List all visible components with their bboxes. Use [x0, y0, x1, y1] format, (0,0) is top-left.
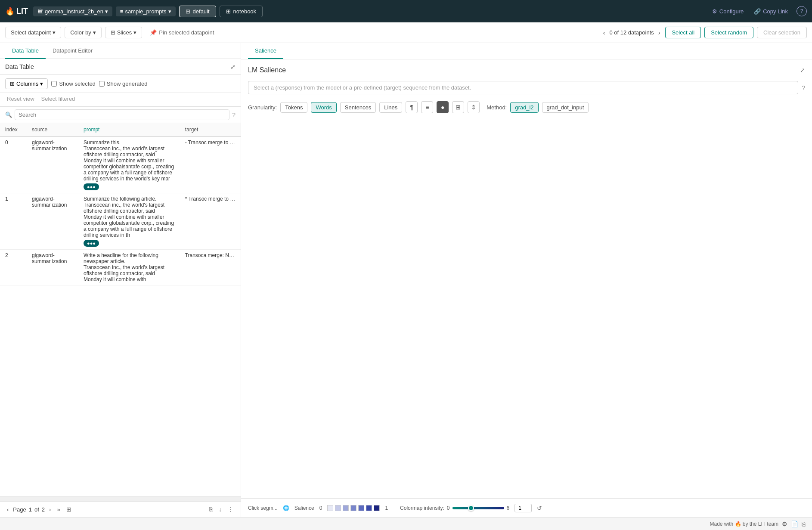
salience-help-icon[interactable]: ? — [802, 84, 805, 91]
columns-btn[interactable]: ⊞ Columns ▾ — [5, 78, 48, 89]
select-all-label: Select all — [672, 29, 694, 36]
table-action-icon[interactable]: ⊞ — [65, 505, 73, 514]
prev-datapoint-btn[interactable]: ‹ — [601, 28, 607, 37]
tab-data-table[interactable]: Data Table — [5, 43, 46, 59]
dt-title: Data Table — [5, 63, 230, 70]
main-layout: Data Table Datapoint Editor Data Table ⤢… — [0, 43, 812, 517]
pin-icon: 📌 — [150, 29, 157, 36]
dataset-selector[interactable]: ≡ sample_prompts ▾ — [116, 6, 176, 16]
slices-btn[interactable]: ⊞ Slices ▾ — [105, 27, 143, 38]
select-all-btn[interactable]: Select all — [665, 27, 701, 38]
horizontal-scrollbar[interactable] — [0, 496, 241, 501]
dt-expand-btn[interactable]: ⤢ — [230, 63, 236, 70]
pin-label: Pin selected datapoint — [159, 29, 214, 36]
model-label: gemma_instruct_2b_en — [45, 8, 103, 15]
help-icon: ? — [800, 8, 803, 14]
table-header-row: index source prompt target — [0, 123, 241, 136]
pin-btn[interactable]: 📌 Pin selected datapoint — [146, 27, 218, 38]
gran-circle-icon-btn[interactable]: ● — [437, 101, 449, 113]
tab-datapoint-editor[interactable]: Datapoint Editor — [46, 43, 99, 59]
footer-copy-icon[interactable]: ⎘ — [802, 521, 805, 527]
select-random-label: Select random — [711, 29, 747, 36]
default-view-btn[interactable]: ⊞ default — [179, 6, 216, 17]
more-btn-0[interactable]: ●●● — [84, 183, 99, 190]
left-panel: Data Table Datapoint Editor Data Table ⤢… — [0, 43, 241, 517]
dataset-icon: ≡ — [120, 8, 124, 15]
gran-tokens-btn[interactable]: Tokens — [280, 102, 307, 113]
tab-salience[interactable]: Salience — [248, 43, 283, 59]
reset-view-btn[interactable]: Reset view — [5, 95, 36, 103]
scale-max-label: 1 — [385, 505, 388, 511]
copy-link-btn[interactable]: 🔗 Copy Link — [750, 6, 791, 16]
link-icon: 🔗 — [754, 8, 761, 15]
next-datapoint-btn[interactable]: › — [657, 28, 662, 37]
salience-expand-btn[interactable]: ⤢ — [800, 67, 805, 74]
col-source: source — [27, 123, 78, 136]
salience-scale — [327, 505, 380, 511]
more-btn-1[interactable]: ●●● — [84, 240, 99, 247]
gran-list-icon-btn[interactable]: ≡ — [421, 101, 433, 113]
table-row[interactable]: 2 gigaword-summar ization Write a headli… — [0, 250, 241, 285]
gran-words-btn[interactable]: Words — [311, 102, 336, 113]
show-generated-checkbox[interactable] — [99, 81, 105, 87]
color-by-btn[interactable]: Color by ▾ — [65, 27, 101, 38]
col-prompt: prompt — [78, 123, 180, 136]
search-input[interactable] — [15, 109, 229, 120]
colormap-label: Colormap intensity: — [400, 505, 444, 511]
more-table-btn[interactable]: ⋮ — [226, 505, 236, 514]
colormap-number-input[interactable] — [514, 504, 532, 512]
clear-selection-btn[interactable]: Clear selection — [757, 27, 807, 38]
show-selected-label[interactable]: Show selected — [51, 81, 96, 87]
dataset-chevron-icon: ▾ — [168, 8, 171, 15]
search-icon: 🔍 — [5, 112, 12, 118]
copy-link-label: Copy Link — [763, 8, 788, 15]
method-grad-dot-btn[interactable]: grad_dot_input — [542, 102, 589, 113]
table-row[interactable]: 1 gigaword-summar ization Summarize the … — [0, 193, 241, 250]
download-table-btn[interactable]: ↓ — [217, 505, 223, 514]
gran-grid-icon-btn[interactable]: ⊞ — [452, 101, 464, 113]
clear-selection-label: Clear selection — [763, 29, 800, 36]
select-filtered-btn[interactable]: Select filtered — [40, 95, 77, 103]
gran-sort-icon-btn[interactable]: ⇕ — [468, 101, 480, 113]
model-selector[interactable]: 🏛 gemma_instruct_2b_en ▾ — [33, 6, 112, 16]
cell-target-0: - Transoc merge to drilling co - The com… — [180, 136, 241, 193]
select-datapoint-btn[interactable]: Select datapoint ▾ — [5, 27, 61, 38]
total-pages: 2 — [42, 506, 45, 513]
search-help-icon[interactable]: ? — [232, 112, 236, 118]
help-btn[interactable]: ? — [797, 6, 807, 16]
method-label: Method: — [487, 104, 507, 111]
show-generated-label[interactable]: Show generated — [99, 81, 148, 87]
data-table-container: Data Table ⤢ ⊞ Columns ▾ Show selected S… — [0, 59, 241, 517]
footer-file-icon[interactable]: 📄 — [791, 521, 798, 527]
next-page-btn[interactable]: › — [47, 505, 53, 514]
footer-settings-icon[interactable]: ⚙ — [782, 521, 787, 527]
salience-sequence-select[interactable]: Select a (response) from the model or a … — [248, 81, 798, 94]
refresh-icon[interactable]: ↺ — [537, 505, 542, 511]
granularity-row: Granularity: Tokens Words Sentences Line… — [248, 101, 805, 113]
bottom-bar: Click segm... 🌐 Salience 0 1 Colormap in… — [241, 498, 812, 517]
show-selected-checkbox[interactable] — [51, 81, 57, 87]
datapoint-nav: ‹ 0 of 12 datapoints › — [601, 28, 662, 37]
configure-btn[interactable]: ⚙ Configure — [709, 6, 747, 16]
notebook-view-btn[interactable]: ⊞ notebook — [220, 6, 263, 17]
colormap-slider[interactable] — [452, 507, 504, 509]
top-nav: 🔥 LIT 🏛 gemma_instruct_2b_en ▾ ≡ sample_… — [0, 0, 812, 22]
first-page-btn[interactable]: ‹ — [5, 505, 10, 514]
logo-text: LIT — [16, 7, 28, 16]
col-target: target — [180, 123, 241, 136]
salience-select-row: Select a (response) from the model or a … — [248, 81, 805, 94]
salience-globe-icon: 🌐 — [283, 505, 289, 511]
last-page-btn[interactable]: » — [55, 505, 62, 514]
table-row[interactable]: 0 gigaword-summar ization Summarize this… — [0, 136, 241, 193]
select-random-btn[interactable]: Select random — [704, 27, 753, 38]
scale-min-label: 0 — [319, 505, 322, 511]
method-grad-l2-btn[interactable]: grad_l2 — [510, 102, 538, 113]
gran-paragraph-icon-btn[interactable]: ¶ — [406, 101, 418, 113]
scale-box-4 — [350, 505, 356, 511]
gran-sentences-btn[interactable]: Sentences — [340, 102, 376, 113]
copy-table-btn[interactable]: ⎘ — [208, 505, 214, 514]
gran-lines-btn[interactable]: Lines — [379, 102, 402, 113]
columns-icon: ⊞ — [10, 81, 15, 87]
grid-icon: ⊞ — [186, 8, 190, 15]
select-datapoint-chevron-icon: ▾ — [53, 29, 56, 36]
